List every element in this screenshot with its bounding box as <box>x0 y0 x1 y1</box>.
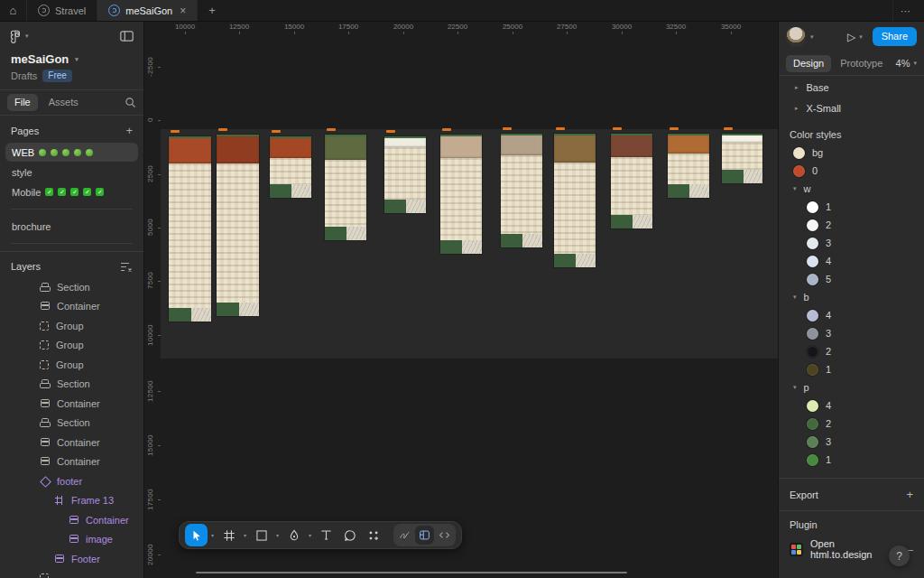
actions-tool-button[interactable] <box>362 524 384 546</box>
tab-assets[interactable]: Assets <box>42 94 86 111</box>
color-style-0[interactable]: 0 <box>779 162 924 180</box>
file-location[interactable]: Drafts <box>11 70 37 81</box>
design-frame[interactable] <box>270 136 311 198</box>
color-style-2[interactable]: 2 <box>779 216 924 234</box>
color-style-4[interactable]: 4 <box>779 396 924 415</box>
chevron-down-icon[interactable]: ▾ <box>810 33 814 41</box>
layer-row[interactable]: footer <box>0 471 143 491</box>
color-style-group-b[interactable]: ▾b <box>779 288 924 306</box>
avatar[interactable] <box>786 27 806 47</box>
color-style-group-w[interactable]: ▾w <box>779 180 924 198</box>
design-frame[interactable] <box>384 136 426 213</box>
ruler-x-label: 20000 <box>393 23 413 31</box>
color-style-3[interactable]: 3 <box>779 234 924 252</box>
shape-tool-button[interactable] <box>250 524 273 546</box>
zoom-control[interactable]: 4% ▾ <box>896 58 917 69</box>
move-tool-caret[interactable]: ▾ <box>208 532 217 538</box>
layer-row[interactable]: Section <box>0 375 143 395</box>
code-mode-button[interactable] <box>435 526 454 545</box>
color-style-1[interactable]: 1 <box>779 451 924 469</box>
help-button[interactable]: ? <box>889 545 910 566</box>
page-row-mobile[interactable]: Mobile✓✓✓✓✓ <box>5 182 138 201</box>
page-label: Mobile <box>12 187 41 198</box>
tab-mesaigon[interactable]: meSaiGon × <box>97 0 198 21</box>
frame-tool-button[interactable] <box>217 524 240 546</box>
design-frame[interactable] <box>440 135 482 254</box>
comment-tool-button[interactable] <box>338 524 361 546</box>
pen-tool-button[interactable] <box>282 524 305 546</box>
pen-tool-caret[interactable]: ▾ <box>306 532 314 538</box>
file-name-menu[interactable]: meSaiGon ▾ <box>0 51 143 66</box>
color-style-2[interactable]: 2 <box>779 342 924 360</box>
more-menu-icon[interactable]: ⋯ <box>892 0 919 22</box>
present-button[interactable]: ▷ ▾ <box>847 31 863 43</box>
design-frame[interactable] <box>501 134 542 247</box>
layers-filter-icon[interactable] <box>120 262 133 272</box>
horizontal-scrollbar[interactable] <box>196 572 627 573</box>
layer-row[interactable]: Group <box>0 336 143 356</box>
layer-row[interactable]: Container <box>0 433 143 452</box>
layer-row[interactable]: Group <box>0 316 143 336</box>
toggle-sidebar-icon[interactable] <box>120 31 134 42</box>
layer-row[interactable]: image <box>0 530 143 550</box>
tab-design[interactable]: Design <box>786 55 831 72</box>
color-style-label: 1 <box>826 201 831 212</box>
page-row-web[interactable]: WEB <box>5 143 138 162</box>
add-export-icon[interactable]: + <box>906 488 913 501</box>
color-style-group-p[interactable]: ▾p <box>779 378 924 396</box>
layer-row[interactable]: Container <box>0 452 143 472</box>
layer-row[interactable]: Container <box>0 394 143 414</box>
ruler-x-label: 12500 <box>229 23 249 31</box>
close-tab-icon[interactable]: × <box>180 5 186 17</box>
layer-row[interactable]: Container <box>0 510 143 530</box>
shape-tool-caret[interactable]: ▾ <box>273 532 282 538</box>
page-row-style[interactable]: style <box>5 163 138 182</box>
layer-row[interactable]: Container <box>0 297 143 317</box>
design-frame[interactable] <box>611 134 652 228</box>
draw-mode-button[interactable] <box>395 526 414 545</box>
design-frame[interactable] <box>668 134 709 198</box>
layer-row[interactable]: Frame 13 <box>0 491 143 511</box>
design-frame[interactable] <box>217 135 259 316</box>
tab-file[interactable]: File <box>7 94 38 111</box>
color-style-1[interactable]: 1 <box>779 360 924 378</box>
color-swatch <box>807 400 818 412</box>
layer-row[interactable]: Group <box>0 355 143 375</box>
color-swatch <box>807 364 818 376</box>
main-menu-button[interactable]: ▾ <box>10 30 29 43</box>
color-style-5[interactable]: 5 <box>779 270 924 288</box>
color-style-3[interactable]: 3 <box>779 433 924 451</box>
color-style-1[interactable]: 1 <box>779 198 924 216</box>
add-page-icon[interactable]: + <box>125 124 133 137</box>
design-frame[interactable] <box>169 136 211 322</box>
layer-row[interactable]: Section <box>0 277 143 297</box>
tab-stravel[interactable]: Stravel <box>27 0 97 21</box>
chevron-down-icon: ▾ <box>25 33 29 40</box>
home-button[interactable]: ⌂ <box>0 0 27 21</box>
style-group-base[interactable]: ▸ Base <box>779 78 924 97</box>
style-group-xsmall[interactable]: ▸ X-Small <box>779 98 924 117</box>
new-tab-button[interactable]: + <box>198 0 226 21</box>
canvas[interactable]: 1000012500150001750020000225002500027500… <box>144 22 778 578</box>
design-frame[interactable] <box>722 134 762 183</box>
frame-tool-caret[interactable]: ▾ <box>241 532 249 538</box>
text-tool-button[interactable] <box>315 524 337 546</box>
move-tool-button[interactable] <box>185 524 208 546</box>
design-frame[interactable] <box>325 135 366 240</box>
dev-board-mode-button[interactable] <box>415 526 434 545</box>
color-style-label: b <box>804 292 809 303</box>
color-style-3[interactable]: 3 <box>779 324 924 342</box>
color-swatch <box>807 328 818 340</box>
color-style-4[interactable]: 4 <box>779 306 924 324</box>
design-frame[interactable] <box>554 134 596 267</box>
tab-prototype[interactable]: Prototype <box>833 55 890 72</box>
layer-row[interactable] <box>0 569 143 578</box>
search-icon[interactable] <box>125 97 136 108</box>
color-style-bg[interactable]: bg <box>779 144 924 162</box>
color-style-4[interactable]: 4 <box>779 252 924 270</box>
layer-row[interactable]: Footer <box>0 549 143 569</box>
share-button[interactable]: Share <box>873 27 917 46</box>
color-style-2[interactable]: 2 <box>779 415 924 433</box>
layer-row[interactable]: Section <box>0 414 143 434</box>
page-row-brochure[interactable]: brochure <box>5 217 138 236</box>
